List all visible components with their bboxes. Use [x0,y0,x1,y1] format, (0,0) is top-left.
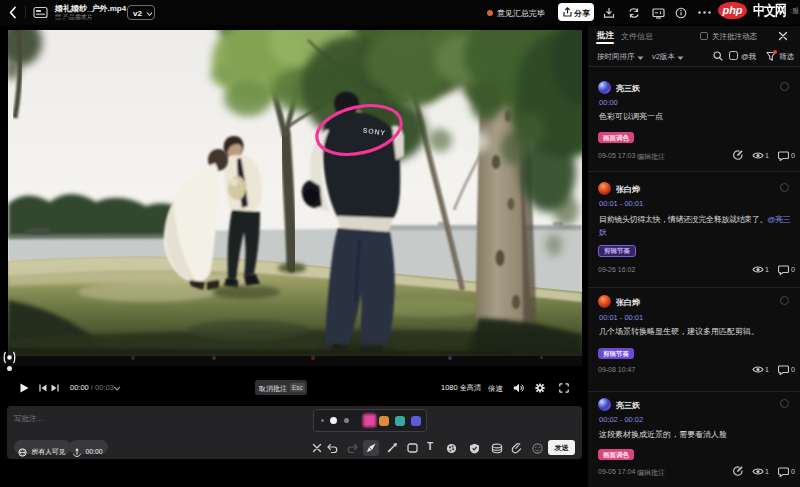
svg-text:php: php [721,4,742,16]
